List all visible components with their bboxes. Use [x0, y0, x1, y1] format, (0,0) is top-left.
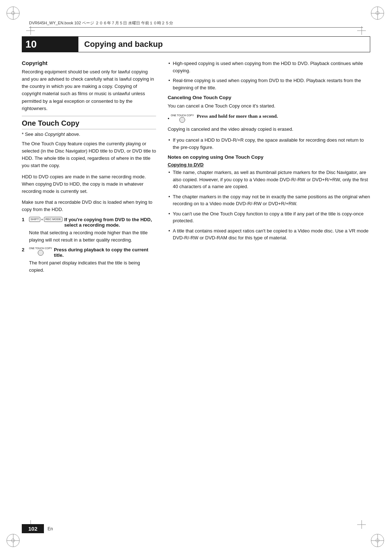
- step1-desc: Note that selecting a recording mode hig…: [29, 229, 156, 243]
- step2-icon-group: ONE TOUCH COPY: [29, 247, 52, 256]
- step-2: 2 ONE TOUCH COPY Press during playback t…: [22, 247, 156, 274]
- one-touch-copy-button-icon: [38, 250, 44, 256]
- dvd-bullet-2: The chapter markers in the copy may not …: [168, 193, 370, 207]
- corner-mark-tl: [7, 7, 21, 21]
- step1-icon-row: SHIFT + REC MODE If you're copying from …: [29, 217, 156, 228]
- chapter-title-bar: Copying and backup: [78, 36, 370, 52]
- dvd-bullet-4: A title that contains mixed aspect ratio…: [168, 227, 370, 242]
- step2-content: ONE TOUCH COPY Press during playback to …: [29, 247, 156, 274]
- copying-to-dvd-title: Copying to DVD: [168, 162, 370, 167]
- canceling-desc: You can cancel a One Touch Copy once it'…: [168, 102, 370, 110]
- step1-icon-group: SHIFT + REC MODE: [29, 217, 62, 222]
- recmode-key: REC MODE: [44, 217, 62, 222]
- shift-key: SHIFT: [29, 217, 40, 222]
- step-1: 1 SHIFT + REC MODE If you're copying fro…: [22, 217, 156, 243]
- otc-para1: The One Touch Copy feature copies the cu…: [22, 140, 156, 170]
- corner-mark-bl: [7, 534, 21, 548]
- canceling-bullet-icon: • ONE TOUCH COPY: [168, 114, 194, 123]
- canceling-bullet-text: Press and hold for more than a second.: [197, 113, 278, 119]
- see-also: * See also Copyright above.: [22, 131, 156, 138]
- onetouchcopy-label: ONE TOUCH COPY: [29, 247, 52, 250]
- otc-para3: Make sure that a recordable DVD disc is …: [22, 199, 156, 213]
- chapter-title: Copying and backup: [84, 40, 163, 49]
- file-info: DVR645H_WY_EN.book 102 ページ ２０６年７月５日 水曜日 …: [29, 20, 173, 26]
- onetouchcopy-title: One Touch Copy: [22, 119, 156, 129]
- plus-sign: +: [41, 218, 43, 222]
- step2-label: Press during playback to copy the curren…: [54, 247, 156, 258]
- press-bold-text: Press and hold for more than a second.: [197, 113, 278, 119]
- step1-label: If you're copying from DVD to the HDD, s…: [64, 217, 156, 228]
- step2-desc: The front panel display indicates that t…: [29, 259, 156, 274]
- dvd-bullet-3: You can't use the One Touch Copy functio…: [168, 210, 370, 224]
- cancel-icon-group: ONE TOUCH COPY: [171, 114, 194, 123]
- see-also-italic: Copyright: [45, 131, 65, 137]
- copyright-body: Recording equipment should be used only …: [22, 68, 156, 112]
- otc-para2: HDD to DVD copies are made in the same r…: [22, 173, 156, 195]
- step2-number: 2: [22, 247, 27, 252]
- one-touch-copy-icon-group: ONE TOUCH COPY: [29, 247, 52, 256]
- page-footer: 102 En: [22, 524, 370, 533]
- page-lang: En: [48, 526, 53, 531]
- canceling-icon-label: ONE TOUCH COPY: [171, 114, 194, 117]
- step1-number: 1: [22, 217, 27, 222]
- page: DVR645H_WY_EN.book 102 ページ ２０６年７月５日 水曜日 …: [0, 0, 392, 555]
- file-header: DVR645H_WY_EN.book 102 ページ ２０６年７月５日 水曜日 …: [29, 20, 363, 28]
- top-bullet-1: High-speed copying is used when copying …: [168, 60, 370, 74]
- right-column: High-speed copying is used when copying …: [168, 60, 370, 515]
- corner-mark-tr: [371, 7, 385, 21]
- notes-title: Notes on copying using One Touch Copy: [168, 154, 370, 160]
- page-number: 102: [22, 524, 44, 533]
- chapter-block: 10: [22, 36, 78, 52]
- canceling-bullet-row: • ONE TOUCH COPY Press and hold for more…: [168, 113, 370, 123]
- canceling-sub-bullets: If you cancel a HDD to DVD-R/+R copy, th…: [168, 137, 370, 151]
- corner-mark-br: [371, 534, 385, 548]
- left-column: Copyright Recording equipment should be …: [22, 60, 156, 515]
- see-also-text: * See also: [22, 131, 45, 137]
- dvd-bullets: Title name, chapter markers, as well as …: [168, 169, 370, 242]
- see-also-above: above.: [65, 131, 81, 137]
- chapter-number: 10: [25, 39, 37, 50]
- cancel-button-icon: [179, 117, 185, 123]
- canceling-after: Copying is canceled and the video alread…: [168, 126, 370, 133]
- canceling-title: Canceling One Touch Copy: [168, 95, 370, 100]
- separator-line: [22, 116, 156, 116]
- step1-content: SHIFT + REC MODE If you're copying from …: [29, 217, 156, 243]
- bullet-dot: •: [168, 116, 170, 121]
- content-area: Copyright Recording equipment should be …: [22, 60, 370, 515]
- copyright-title: Copyright: [22, 60, 156, 66]
- step2-icon-row: ONE TOUCH COPY Press during playback to …: [29, 247, 156, 259]
- top-bullets: High-speed copying is used when copying …: [168, 60, 370, 91]
- top-bullet-2: Real-time copying is used when copying f…: [168, 77, 370, 91]
- canceling-sub-bullet: If you cancel a HDD to DVD-R/+R copy, th…: [168, 137, 370, 151]
- dvd-bullet-1: Title name, chapter markers, as well as …: [168, 169, 370, 190]
